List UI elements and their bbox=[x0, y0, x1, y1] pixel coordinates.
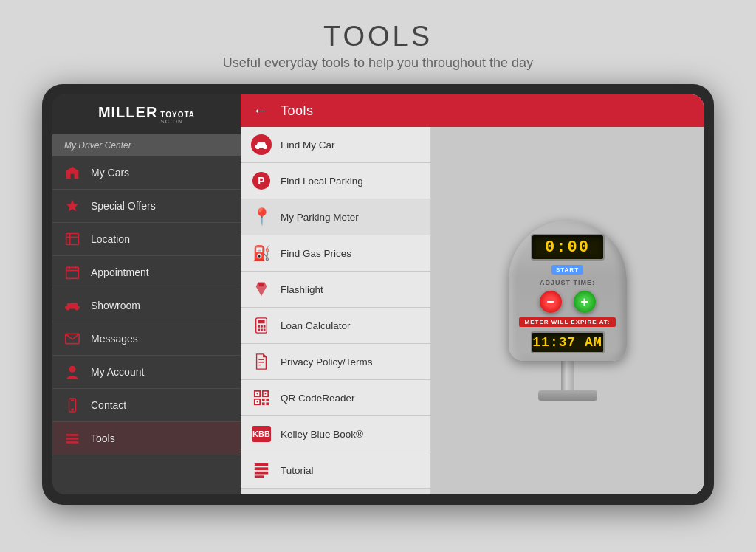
content-area: Find My Car P Find Local Parking 📍 My Pa… bbox=[241, 127, 704, 494]
tool-item-privacy-policy[interactable]: Privacy Policy/Terms bbox=[241, 344, 430, 380]
meter-pole bbox=[561, 361, 574, 390]
document-icon bbox=[251, 351, 272, 372]
meter-plus-button[interactable]: + bbox=[574, 291, 596, 313]
logo-toyota: TOYOTA bbox=[160, 111, 195, 119]
sidebar-item-appointment[interactable]: Appointment bbox=[52, 256, 241, 289]
sidebar-item-label-appointment: Appointment bbox=[91, 266, 149, 278]
page-header: TOOLS Useful everyday tools to help you … bbox=[208, 0, 548, 84]
svg-rect-36 bbox=[257, 393, 258, 395]
meter-adjust-label: ADJUST TIME: bbox=[540, 279, 595, 286]
topbar-title: Tools bbox=[281, 103, 314, 119]
tool-item-flashlight[interactable]: Flashlight bbox=[241, 272, 430, 308]
svg-rect-27 bbox=[264, 325, 266, 328]
sidebar-item-showroom[interactable]: Showroom bbox=[52, 289, 241, 322]
svg-rect-25 bbox=[258, 325, 260, 328]
svg-rect-39 bbox=[265, 393, 267, 395]
sidebar-nav: My Cars Special Offers Location bbox=[52, 156, 241, 494]
svg-rect-2 bbox=[71, 174, 75, 179]
star-icon bbox=[64, 198, 80, 214]
svg-rect-28 bbox=[258, 329, 260, 331]
tool-label-tutorial: Tutorial bbox=[281, 465, 314, 476]
sidebar-logo: miLLER TOYOTA SCION bbox=[52, 94, 241, 134]
tool-item-qr-codereader[interactable]: QR CodeReader bbox=[241, 380, 430, 416]
svg-marker-1 bbox=[66, 167, 79, 172]
page-title: TOOLS bbox=[223, 21, 533, 52]
svg-marker-3 bbox=[66, 200, 79, 212]
sidebar-item-label-messages: Messages bbox=[91, 333, 138, 345]
tablet-inner: miLLER TOYOTA SCION My Driver Center My … bbox=[52, 94, 704, 494]
meter-area: 0:00 START ADJUST TIME: − + METER WILL E… bbox=[431, 127, 704, 494]
house-icon bbox=[64, 165, 80, 181]
svg-rect-26 bbox=[261, 325, 263, 328]
sidebar-item-tools[interactable]: Tools bbox=[52, 422, 241, 455]
sidebar-item-contact[interactable]: Contact bbox=[52, 389, 241, 422]
svg-rect-49 bbox=[255, 472, 268, 475]
logo-lockup: miLLER TOYOTA SCION bbox=[98, 104, 195, 125]
svg-rect-18 bbox=[66, 434, 79, 436]
tool-label-loan-calculator: Loan Calculator bbox=[281, 320, 351, 331]
sidebar-item-label-tools: Tools bbox=[91, 432, 115, 444]
svg-rect-43 bbox=[262, 399, 265, 401]
main-area: ← Tools Find My Car bbox=[241, 94, 704, 494]
svg-rect-45 bbox=[262, 402, 265, 405]
svg-rect-42 bbox=[257, 401, 258, 403]
sidebar: miLLER TOYOTA SCION My Driver Center My … bbox=[52, 94, 241, 494]
tool-item-find-gas-prices[interactable]: ⛽ Find Gas Prices bbox=[241, 235, 430, 272]
sidebar-item-special-offers[interactable]: Special Offers bbox=[52, 190, 241, 223]
svg-rect-46 bbox=[266, 402, 269, 405]
svg-rect-7 bbox=[66, 267, 79, 278]
tools-icon bbox=[64, 430, 80, 446]
svg-point-11 bbox=[66, 307, 69, 310]
sidebar-item-my-account[interactable]: My Account bbox=[52, 356, 241, 389]
tool-item-my-parking-meter[interactable]: 📍 My Parking Meter bbox=[241, 199, 430, 235]
logo-scion: SCION bbox=[160, 119, 195, 125]
svg-rect-50 bbox=[255, 475, 264, 478]
tool-label-flashlight: Flashlight bbox=[281, 284, 323, 295]
tool-item-find-local-parking[interactable]: P Find Local Parking bbox=[241, 163, 430, 199]
tool-label-privacy-policy: Privacy Policy/Terms bbox=[281, 356, 373, 368]
parking-icon: P bbox=[251, 170, 272, 191]
tool-label-qr-codereader: QR CodeReader bbox=[281, 393, 355, 404]
sidebar-item-my-cars[interactable]: My Cars bbox=[52, 156, 241, 190]
tool-item-kelley-blue-book[interactable]: KBB Kelley Blue Book® bbox=[241, 416, 430, 452]
svg-rect-47 bbox=[255, 463, 268, 466]
sidebar-driver-center: My Driver Center bbox=[52, 134, 241, 156]
tool-label-find-local-parking: Find Local Parking bbox=[281, 176, 363, 187]
envelope-icon bbox=[64, 331, 80, 347]
meter-minus-button[interactable]: − bbox=[540, 291, 562, 313]
sidebar-item-label-contact: Contact bbox=[91, 399, 126, 411]
page-subtitle: Useful everyday tools to help you throug… bbox=[223, 55, 533, 71]
svg-rect-30 bbox=[264, 329, 266, 331]
gas-icon: ⛽ bbox=[251, 243, 272, 263]
svg-rect-20 bbox=[66, 441, 79, 444]
meter-start-button[interactable]: START bbox=[551, 265, 583, 275]
user-icon bbox=[64, 364, 80, 380]
tool-label-kelley-blue-book: Kelley Blue Book® bbox=[281, 429, 363, 440]
meter-icon: 📍 bbox=[251, 207, 272, 227]
logo-right: TOYOTA SCION bbox=[160, 111, 195, 125]
sidebar-item-label-my-cars: My Cars bbox=[91, 167, 129, 179]
svg-rect-4 bbox=[66, 234, 79, 245]
meter-expire-label: METER WILL EXPIRE AT: bbox=[519, 317, 616, 327]
flashlight-icon bbox=[251, 279, 272, 300]
meter-head: 0:00 START ADJUST TIME: − + METER WILL E… bbox=[509, 221, 627, 361]
tool-item-tutorial[interactable]: Tutorial bbox=[241, 452, 430, 489]
back-button[interactable]: ← bbox=[252, 101, 269, 120]
sidebar-item-label-location: Location bbox=[91, 233, 130, 245]
sidebar-item-label-my-account: My Account bbox=[91, 366, 144, 378]
svg-point-14 bbox=[69, 366, 76, 373]
meter-expire-time: 11:37 AM bbox=[531, 331, 605, 353]
sidebar-item-messages[interactable]: Messages bbox=[52, 322, 241, 356]
svg-rect-48 bbox=[255, 467, 268, 470]
qr-icon bbox=[251, 387, 272, 408]
sidebar-item-location[interactable]: Location bbox=[52, 223, 241, 256]
tool-item-find-my-car[interactable]: Find My Car bbox=[241, 127, 430, 163]
find-car-icon bbox=[251, 134, 272, 155]
tools-list: Find My Car P Find Local Parking 📍 My Pa… bbox=[241, 127, 431, 494]
svg-rect-44 bbox=[266, 399, 269, 401]
tablet-frame: miLLER TOYOTA SCION My Driver Center My … bbox=[42, 84, 714, 505]
tool-item-loan-calculator[interactable]: Loan Calculator bbox=[241, 308, 430, 344]
calculator-icon bbox=[251, 315, 272, 336]
meter-buttons: − + bbox=[540, 291, 596, 313]
calendar-icon bbox=[64, 264, 80, 280]
